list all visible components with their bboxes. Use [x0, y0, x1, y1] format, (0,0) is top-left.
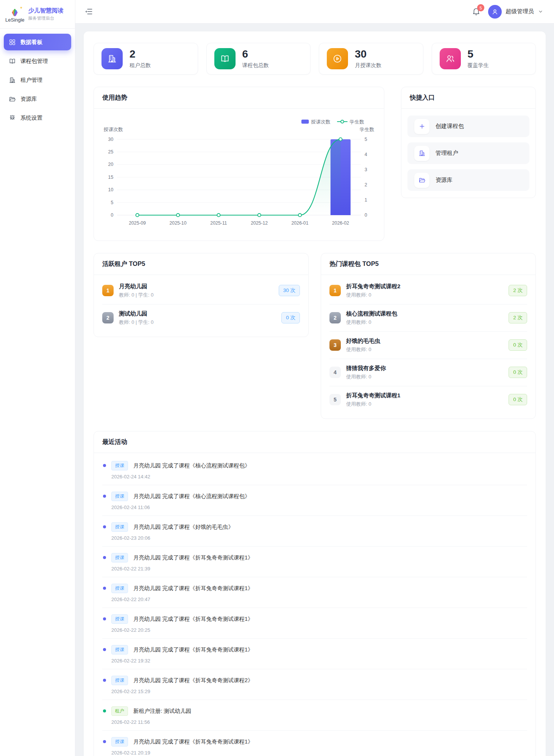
rank-badge: 2 — [329, 312, 341, 323]
notification-badge: 5 — [477, 4, 484, 11]
app-title: 少儿智慧阅读 — [28, 7, 64, 14]
sidebar-item-label: 系统设置 — [20, 114, 42, 122]
user-menu[interactable]: 超级管理员 — [488, 5, 543, 19]
activity-time: 2026-02-22 21:39 — [111, 566, 527, 572]
list-item: 1折耳兔奇奇测试课程2使用教师: 02 次 — [329, 277, 527, 305]
count-badge: 2 次 — [509, 285, 527, 296]
notification-bell-icon[interactable]: 5 — [472, 7, 481, 16]
item-name: 测试幼儿园 — [119, 310, 147, 317]
rank-badge: 3 — [329, 339, 341, 351]
activity-tag: 授课 — [111, 614, 128, 624]
svg-text:2026-02: 2026-02 — [332, 220, 349, 226]
activity-item: 授课月亮幼儿园 完成了课程《折耳兔奇奇测试课程2》2026-02-22 15:2… — [102, 669, 527, 700]
svg-text:0: 0 — [111, 212, 113, 218]
sidebar-item-label: 租户管理 — [20, 77, 42, 84]
logo-area: LeSingle 少儿智慧阅读 服务管理后台 — [0, 0, 75, 29]
svg-text:4: 4 — [365, 152, 367, 157]
activity-dot — [103, 556, 106, 559]
item-name: 猜猜我有多爱你 — [346, 365, 386, 371]
activity-text: 月亮幼儿园 完成了课程《核心流程测试课程包》 — [133, 493, 250, 500]
usage-trend-panel: 使用趋势 051015202530012345授课次数学生数2025-09202… — [94, 87, 384, 241]
list-item: 1月亮幼儿园教师: 0 | 学生: 030 次 — [102, 277, 300, 305]
quick-entry-item[interactable]: 资源库 — [407, 169, 529, 191]
item-name: 折耳兔奇奇测试课程2 — [346, 283, 400, 289]
quick-entry-item[interactable]: 管理租户 — [407, 142, 529, 164]
sidebar-item-label: 资源库 — [20, 95, 37, 103]
sidebar-item-book[interactable]: 课程包管理 — [4, 53, 71, 69]
stat-value: 5 — [468, 48, 489, 60]
item-meta: 使用教师: 0 — [346, 319, 503, 326]
activity-item: 授课月亮幼儿园 完成了课程《折耳兔奇奇测试课程1》2026-02-22 19:3… — [102, 639, 527, 669]
count-badge: 2 次 — [509, 312, 527, 323]
activity-dot — [103, 464, 106, 467]
count-badge: 0 次 — [281, 312, 300, 323]
activity-tag: 授课 — [111, 737, 128, 747]
building-icon — [414, 146, 429, 161]
book-icon — [9, 58, 16, 65]
activity-time: 2026-02-22 20:25 — [111, 627, 527, 633]
sidebar-menu: 数据看板课程包管理租户管理资源库系统设置 — [0, 29, 75, 133]
folder-icon — [9, 95, 16, 103]
activity-text: 月亮幼儿园 完成了课程《折耳兔奇奇测试课程1》 — [133, 738, 253, 745]
activity-time: 2026-02-23 20:06 — [111, 535, 527, 541]
svg-text:2025-09: 2025-09 — [129, 220, 146, 226]
svg-text:2: 2 — [365, 182, 367, 187]
item-meta: 使用教师: 0 — [346, 346, 503, 353]
activity-item: 授课月亮幼儿园 完成了课程《折耳兔奇奇测试课程1》2026-02-22 20:4… — [102, 577, 527, 608]
activity-tag: 授课 — [111, 645, 128, 654]
activity-item: 授课月亮幼儿园 完成了课程《折耳兔奇奇测试课程1》2026-02-21 20:1… — [102, 731, 527, 756]
usage-trend-title: 使用趋势 — [94, 87, 384, 109]
quick-entry-label: 资源库 — [435, 177, 453, 184]
svg-text:20: 20 — [108, 162, 114, 167]
activity-dot — [103, 679, 106, 682]
book-icon — [214, 48, 236, 69]
item-meta: 教师: 0 | 学生: 0 — [119, 319, 276, 326]
dashboard-container: 2租户总数6课程包总数30月授课次数5覆盖学生 使用趋势 05101520253… — [84, 31, 546, 756]
activity-item: 授课月亮幼儿园 完成了课程《核心流程测试课程包》2026-02-24 14:42 — [102, 455, 527, 485]
lesingle-logo-icon — [6, 6, 23, 17]
activity-tag: 授课 — [111, 522, 128, 532]
activity-text: 月亮幼儿园 完成了课程《折耳兔奇奇测试课程1》 — [133, 554, 253, 561]
item-meta: 教师: 0 | 学生: 0 — [119, 292, 273, 298]
stat-card: 30月授课次数 — [319, 43, 423, 75]
activity-text: 月亮幼儿园 完成了课程《核心流程测试课程包》 — [133, 462, 250, 469]
sidebar-item-label: 课程包管理 — [20, 58, 48, 65]
svg-text:2025-12: 2025-12 — [251, 220, 268, 226]
sidebar-item-gear[interactable]: 系统设置 — [4, 109, 71, 126]
app-subtitle: 服务管理后台 — [28, 16, 64, 21]
quick-entry-label: 创建课程包 — [435, 123, 464, 130]
activity-time: 2026-02-22 19:32 — [111, 658, 527, 664]
stat-card: 6课程包总数 — [206, 43, 311, 75]
play-icon — [327, 48, 348, 69]
stats-row: 2租户总数6课程包总数30月授课次数5覆盖学生 — [94, 43, 536, 75]
active-tenants-title: 活跃租户 TOP5 — [94, 253, 308, 275]
activity-text: 月亮幼儿园 完成了课程《好饿的毛毛虫》 — [133, 523, 234, 531]
list-item: 3好饿的毛毛虫使用教师: 00 次 — [329, 332, 527, 359]
sidebar-item-folder[interactable]: 资源库 — [4, 91, 71, 107]
recent-activity-list: 授课月亮幼儿园 完成了课程《核心流程测试课程包》2026-02-24 14:42… — [94, 453, 535, 756]
quick-entry-item[interactable]: 创建课程包 — [407, 116, 529, 137]
activity-tag: 授课 — [111, 676, 128, 685]
activity-text: 月亮幼儿园 完成了课程《折耳兔奇奇测试课程2》 — [133, 677, 253, 684]
activity-text: 月亮幼儿园 完成了课程《折耳兔奇奇测试课程1》 — [133, 615, 253, 623]
sidebar-item-dashboard[interactable]: 数据看板 — [4, 34, 71, 50]
svg-text:25: 25 — [108, 149, 114, 155]
activity-tag: 授课 — [111, 492, 128, 501]
item-name: 核心流程测试课程包 — [346, 310, 397, 317]
quick-entry-label: 管理租户 — [435, 150, 458, 157]
topbar: 5 超级管理员 — [75, 0, 554, 23]
activity-dot — [103, 740, 106, 743]
sidebar: LeSingle 少儿智慧阅读 服务管理后台 数据看板课程包管理租户管理资源库系… — [0, 0, 75, 756]
item-meta: 使用教师: 0 — [346, 373, 503, 380]
logo: LeSingle — [5, 6, 25, 23]
count-badge: 0 次 — [509, 339, 527, 351]
quick-entry-list: 创建课程包管理租户资源库 — [401, 109, 535, 198]
count-badge: 0 次 — [509, 367, 527, 378]
svg-text:2026-01: 2026-01 — [291, 220, 308, 226]
activity-dot — [103, 648, 106, 651]
svg-text:15: 15 — [108, 175, 114, 180]
dashboard-icon — [9, 39, 16, 46]
sidebar-fold-icon[interactable] — [84, 7, 93, 16]
svg-text:5: 5 — [365, 137, 367, 142]
sidebar-item-building[interactable]: 租户管理 — [4, 72, 71, 88]
